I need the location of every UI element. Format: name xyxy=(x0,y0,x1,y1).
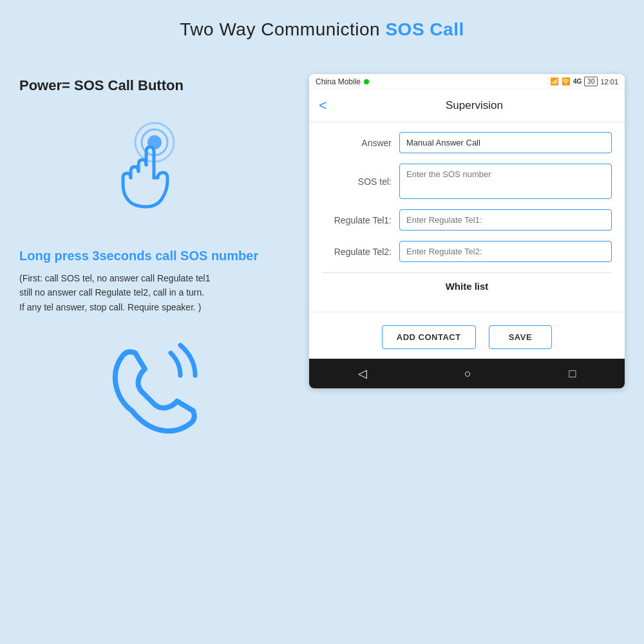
title-text: Two Way Communiction xyxy=(180,19,385,39)
nav-recent-button[interactable]: □ xyxy=(569,367,576,381)
regulate-tel1-label: Regulate Tel1: xyxy=(322,215,399,225)
battery-icon: 30 xyxy=(584,77,598,86)
finger-icon-container xyxy=(19,107,290,223)
nav-back-button[interactable]: ◁ xyxy=(358,366,367,381)
nav-home-button[interactable]: ○ xyxy=(464,367,471,381)
regulate-tel2-input[interactable] xyxy=(399,241,612,262)
status-bar-left: China Mobile xyxy=(316,77,369,86)
call-icon xyxy=(100,334,209,437)
description-text: (First: call SOS tel, no answer call Reg… xyxy=(19,271,290,314)
regulate-tel1-row: Regulate Tel1: xyxy=(322,209,612,231)
regulate-tel2-row: Regulate Tel2: xyxy=(322,241,612,262)
sos-tel-input[interactable] xyxy=(399,164,612,199)
add-contact-button[interactable]: ADD CONTACT xyxy=(382,325,476,349)
regulate-tel1-input[interactable] xyxy=(399,209,612,231)
status-bar-right: 📶 🛜 4G 30 12:01 xyxy=(550,77,618,86)
answer-row: Answer xyxy=(322,132,612,153)
signal-icon: 📶 xyxy=(550,77,559,86)
finger-press-icon xyxy=(103,107,206,223)
regulate-tel2-label: Regulate Tel2: xyxy=(322,247,399,257)
android-nav-bar: ◁ ○ □ xyxy=(309,359,625,388)
sos-tel-row: SOS tel: xyxy=(322,164,612,199)
phone-mockup: China Mobile 📶 🛜 4G 30 12:01 < Supervisi… xyxy=(309,74,625,388)
sos-tel-label: SOS tel: xyxy=(322,176,399,187)
save-button[interactable]: SAVE xyxy=(489,325,552,349)
phone-icon-container xyxy=(19,334,290,437)
white-list-title: White list xyxy=(446,281,489,292)
carrier-name: China Mobile xyxy=(316,77,361,86)
4g-icon: 4G xyxy=(573,78,582,85)
time-display: 12:01 xyxy=(600,78,618,86)
status-bar: China Mobile 📶 🛜 4G 30 12:01 xyxy=(309,74,625,90)
left-panel: Power= SOS Call Button Long press 3sec xyxy=(19,64,290,437)
app-header: < Supervision xyxy=(309,90,625,122)
power-label: Power= SOS Call Button xyxy=(19,77,290,94)
answer-input[interactable] xyxy=(399,132,612,153)
back-button[interactable]: < xyxy=(319,97,327,114)
long-press-text: Long press 3seconds call SOS number xyxy=(19,249,290,263)
title-highlight: SOS Call xyxy=(385,19,464,39)
bottom-buttons: ADD CONTACT SAVE xyxy=(309,312,625,359)
app-title: Supervision xyxy=(334,99,615,112)
answer-label: Answer xyxy=(322,138,399,148)
wechat-icon xyxy=(364,79,369,84)
wifi-icon: 🛜 xyxy=(562,77,571,86)
form-content: Answer SOS tel: Regulate Tel1: Regulate … xyxy=(309,122,625,312)
page-title: Two Way Communiction SOS Call xyxy=(0,0,644,40)
white-list-section: White list xyxy=(322,272,612,296)
